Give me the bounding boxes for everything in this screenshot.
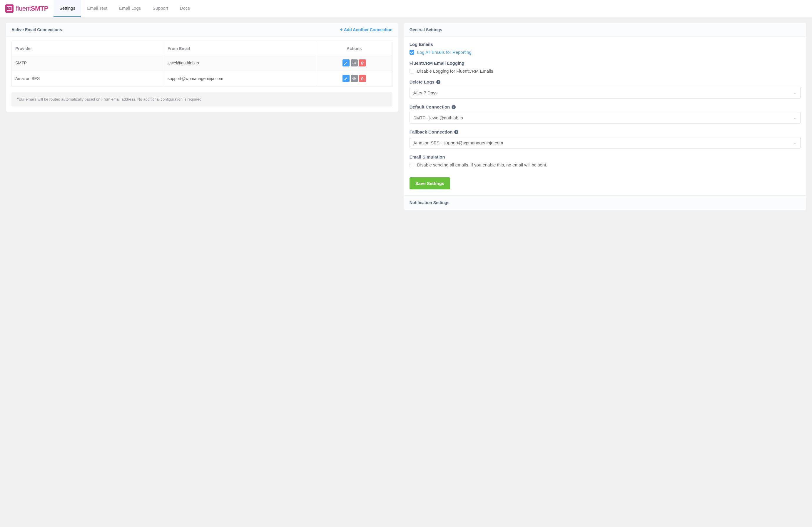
top-bar: fluentSMTP Settings Email Test Email Log… [0,0,812,17]
add-connection-button[interactable]: + Add Another Connection [340,27,392,32]
log-emails-section: Log Emails Log All Emails for Reporting … [404,37,806,174]
chevron-down-icon: ⌄ [793,90,797,95]
simulation-checkbox-row: Disable sending all emails. If you enabl… [409,162,800,167]
connections-body: Provider From Email Actions SMTP jewel@a… [6,37,398,112]
crm-logging-label: FluentCRM Email Logging [409,60,800,66]
delete-logs-select[interactable]: After 7 Days ⌄ [409,87,800,99]
plus-icon: + [340,27,343,32]
table-header-row: Provider From Email Actions [12,42,392,55]
header-actions: Actions [316,42,392,55]
crm-logging-checkbox[interactable] [409,69,414,73]
tab-settings[interactable]: Settings [54,0,81,17]
log-emails-checkbox[interactable] [409,50,414,55]
eye-icon [352,61,356,65]
default-connection-select[interactable]: SMTP - jewel@authlab.io ⌄ [409,112,800,124]
info-icon[interactable]: i [452,105,456,109]
trash-icon [360,61,364,65]
delete-logs-label-row: Delete Logs i [409,80,800,84]
cell-actions [316,55,392,71]
header-email: From Email [164,42,316,55]
header-provider: Provider [12,42,164,55]
tab-email-logs[interactable]: Email Logs [113,0,147,17]
default-connection-label: Default Connection [409,104,450,110]
default-connection-value: SMTP - jewel@authlab.io [414,115,463,120]
delete-button[interactable] [359,59,366,67]
tab-support[interactable]: Support [147,0,174,17]
fallback-connection-label: Fallback Connection [409,129,453,134]
delete-logs-label: Delete Logs [409,80,435,84]
table-row: SMTP jewel@authlab.io [12,55,392,71]
tab-email-test[interactable]: Email Test [81,0,113,17]
chevron-down-icon: ⌄ [793,140,797,145]
fallback-connection-label-row: Fallback Connection i [409,129,800,134]
log-emails-checkbox-row: Log All Emails for Reporting [409,50,800,55]
table-row: Amazon SES support@wpmanageninja.com [12,71,392,86]
svg-point-1 [354,78,354,79]
mail-icon [5,4,14,13]
cell-email: jewel@authlab.io [164,55,316,71]
nav-tabs: Settings Email Test Email Logs Support D… [54,0,196,17]
delete-logs-value: After 7 Days [414,90,438,95]
fallback-connection-value: Amazon SES - support@wpmanageninja.com [414,140,503,145]
view-button[interactable] [351,75,358,82]
crm-logging-check-label: Disable Logging for FluentCRM Emails [417,69,493,73]
simulation-check-label: Disable sending all emails. If you enabl… [417,162,547,167]
cell-provider: Amazon SES [12,71,164,86]
log-emails-check-label[interactable]: Log All Emails for Reporting [417,50,472,55]
logo-text: fluentSMTP [16,5,48,12]
fallback-connection-select[interactable]: Amazon SES - support@wpmanageninja.com ⌄ [409,137,800,148]
info-icon[interactable]: i [436,80,440,84]
default-connection-label-row: Default Connection i [409,104,800,110]
simulation-checkbox[interactable] [409,162,414,167]
pencil-icon [344,77,348,81]
edit-button[interactable] [343,59,350,67]
connections-table: Provider From Email Actions SMTP jewel@a… [12,42,392,86]
general-settings-panel: General Settings Log Emails Log All Emai… [404,23,806,210]
cell-email: support@wpmanageninja.com [164,71,316,86]
general-settings-title: General Settings [409,27,442,32]
routing-note: Your emails will be routed automatically… [12,92,392,106]
cell-provider: SMTP [12,55,164,71]
connections-panel: Active Email Connections + Add Another C… [6,23,398,112]
general-settings-header: General Settings [404,23,806,37]
crm-logging-checkbox-row: Disable Logging for FluentCRM Emails [409,69,800,73]
info-icon[interactable]: i [454,130,458,134]
svg-point-0 [354,62,354,63]
tab-docs[interactable]: Docs [174,0,196,17]
add-connection-label: Add Another Connection [344,27,392,32]
logo: fluentSMTP [0,0,54,17]
chevron-down-icon: ⌄ [793,115,797,120]
log-emails-label: Log Emails [409,42,800,47]
save-button[interactable]: Save Settings [409,177,450,189]
trash-icon [360,77,364,81]
simulation-label: Email Simulation [409,154,800,159]
eye-icon [352,77,356,81]
notification-settings-header[interactable]: Notification Settings [404,195,806,210]
delete-button[interactable] [359,75,366,82]
cell-actions [316,71,392,86]
page: Active Email Connections + Add Another C… [0,17,812,216]
connections-header: Active Email Connections + Add Another C… [6,23,398,37]
view-button[interactable] [351,59,358,67]
connections-title: Active Email Connections [12,27,62,32]
edit-button[interactable] [343,75,350,82]
pencil-icon [344,61,348,65]
